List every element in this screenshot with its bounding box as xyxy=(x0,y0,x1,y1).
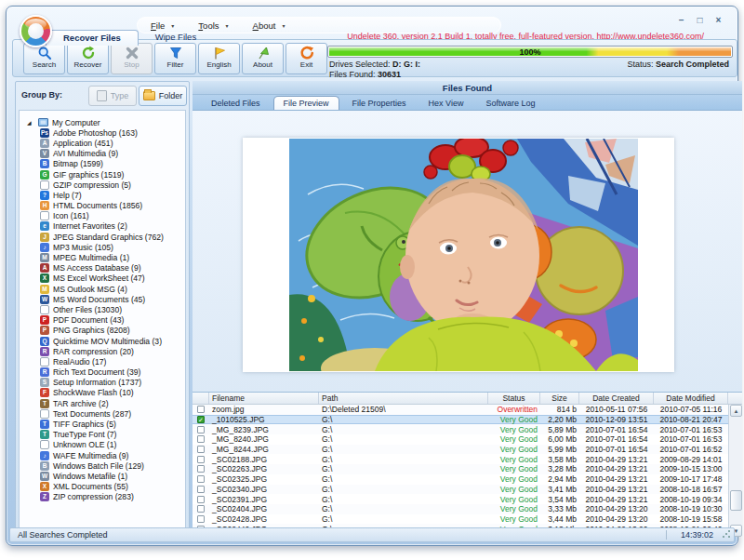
tree-item[interactable]: BBitmap (1599) xyxy=(20,159,185,169)
tree-item[interactable]: Other Files (13030) xyxy=(20,304,185,314)
tree-item[interactable]: RealAudio (17) xyxy=(20,356,185,367)
favorites-globe-icon: e xyxy=(40,221,49,231)
table-row[interactable]: _SC02263.JPGG:\Very Good3,28 Mb2010-04-2… xyxy=(193,464,728,474)
row-checkbox[interactable] xyxy=(197,446,205,453)
language-button[interactable]: English xyxy=(198,43,240,74)
tree-item[interactable]: GZIP compression (5) xyxy=(20,180,185,190)
menu-file[interactable]: File ▾ xyxy=(151,20,174,31)
table-row[interactable]: _SC02404.JPGG:\Very Good3,33 Mb2010-04-2… xyxy=(193,504,728,514)
row-checkbox[interactable] xyxy=(197,515,205,523)
minimize-button[interactable]: – xyxy=(675,15,687,25)
tree-item[interactable]: PsAdobe Photoshop (163) xyxy=(20,127,185,138)
column-header-filename[interactable]: Filename xyxy=(209,393,319,404)
tab-file-properties[interactable]: File Properties xyxy=(343,97,416,110)
row-checkbox[interactable] xyxy=(197,435,205,443)
menu-about[interactable]: About ▾ xyxy=(253,20,286,31)
tree-item[interactable]: Text Documents (287) xyxy=(20,408,185,419)
row-checkbox[interactable] xyxy=(197,456,205,463)
tab-hex-view[interactable]: Hex View xyxy=(419,97,473,110)
cell-created: 2010-04-29 13:20 xyxy=(579,514,654,524)
tree-item[interactable]: FShockWave Flash (10) xyxy=(20,388,185,398)
recover-button[interactable]: Recover xyxy=(67,43,109,74)
tree-item[interactable]: XMS Excel WorkSheet (47) xyxy=(20,273,185,284)
column-header-path[interactable]: Path xyxy=(319,393,488,404)
tree-item[interactable]: QQuicktime MOV Multimedia (3) xyxy=(20,336,185,346)
table-scrollbar[interactable]: ▲ ▼ xyxy=(728,405,742,537)
group-by-folder-button[interactable]: Folder xyxy=(139,86,187,106)
menu-tools[interactable]: Tools ▾ xyxy=(198,20,228,31)
tab-deleted-files[interactable]: Deleted Files xyxy=(202,97,270,110)
tree-item[interactable]: Icon (161) xyxy=(20,211,185,221)
row-checkbox[interactable] xyxy=(197,486,205,493)
table-row[interactable]: _SC02325.JPGG:\Very Good2,94 Mb2010-04-2… xyxy=(193,474,728,485)
tree-item[interactable]: ZZIP compression (283) xyxy=(20,492,185,502)
exit-button[interactable]: Exit xyxy=(286,43,327,74)
tab-wipe-files[interactable]: Wipe Files xyxy=(139,30,213,46)
table-row[interactable]: _MG_8240.JPGG:\Very Good6,00 Mb2010-07-0… xyxy=(193,434,728,445)
tree-item[interactable]: XXML Documents (55) xyxy=(20,482,185,492)
tab-file-preview[interactable]: File Preview xyxy=(273,96,339,110)
tree-item-label: MS Access Database (9) xyxy=(53,263,141,273)
row-checkbox[interactable]: ✓ xyxy=(197,416,205,423)
tree-item[interactable]: TTAR archive (2) xyxy=(20,398,185,408)
tree-item[interactable]: TTrueType Font (7) xyxy=(20,430,185,440)
tree-item[interactable]: RRAR compression (20) xyxy=(20,346,185,356)
table-row[interactable]: _SC02188.JPGG:\Very Good3,58 Mb2010-04-2… xyxy=(193,454,728,464)
tree-item[interactable]: PPDF Document (43) xyxy=(20,315,185,326)
tree-item[interactable]: SSetup Information (1737) xyxy=(20,378,185,388)
scrollbar-thumb[interactable] xyxy=(730,490,742,511)
row-checkbox[interactable] xyxy=(197,475,205,483)
scroll-up-icon[interactable]: ▲ xyxy=(730,405,742,417)
row-checkbox[interactable] xyxy=(197,465,205,473)
tree-item[interactable]: ?Help (7) xyxy=(20,190,185,200)
tree-item[interactable]: Unknown OLE (1) xyxy=(20,440,185,450)
tree-item[interactable]: HHTML Documents (1856) xyxy=(20,201,185,211)
row-checkbox[interactable] xyxy=(197,406,205,413)
row-checkbox-cell xyxy=(193,426,209,433)
tree-root-my-computer[interactable]: ◢ My Computer xyxy=(20,117,185,127)
close-button[interactable]: × xyxy=(712,15,724,25)
metafile-icon: W xyxy=(40,472,49,481)
table-row[interactable]: _MG_8239.JPGG:\Very Good5,89 Mb2010-07-0… xyxy=(193,424,728,434)
table-row[interactable]: _SC02391.JPGG:\Very Good3,54 Mb2010-04-2… xyxy=(193,494,728,504)
tree-item[interactable]: WMS Word Documents (45) xyxy=(20,294,185,304)
tree-item[interactable]: JJPEG Standard Graphics (762) xyxy=(20,232,185,242)
row-checkbox[interactable] xyxy=(197,426,205,433)
tree-item[interactable]: MMS Outlook MSG (4) xyxy=(20,284,185,294)
tree-expander-icon[interactable]: ◢ xyxy=(27,119,34,126)
search-button[interactable]: Search xyxy=(23,43,65,74)
filter-button[interactable]: Filter xyxy=(154,43,196,74)
resize-grip[interactable] xyxy=(722,529,731,539)
row-checkbox[interactable] xyxy=(197,496,205,503)
tree-item[interactable]: WWindows Metafile (1) xyxy=(20,471,185,481)
table-row[interactable]: _MG_8244.JPGG:\Very Good5,99 Mb2010-07-0… xyxy=(193,445,728,455)
tree-item[interactable]: MMPEG Multimedia (1) xyxy=(20,252,185,262)
tree-item[interactable]: eInternet Favorites (2) xyxy=(20,221,185,232)
column-header-date-created[interactable]: Date Created xyxy=(579,393,654,404)
tree-item[interactable]: VAVI Multimedia (9) xyxy=(20,149,185,159)
cell-modified: 2009-10-15 13:00 xyxy=(654,464,728,473)
table-row[interactable]: zoom.jpgD:\Deleted 21509\Overwritten814 … xyxy=(193,405,728,415)
app-logo-icon[interactable] xyxy=(20,15,52,47)
maximize-button[interactable]: □ xyxy=(694,15,706,25)
tree-item[interactable]: GGIF graphics (1519) xyxy=(20,169,185,180)
tree-item[interactable]: RRich Text Document (39) xyxy=(20,367,185,378)
table-row[interactable]: _SC02428.JPGG:\Very Good3,44 Mb2010-04-2… xyxy=(193,514,728,525)
tree-item[interactable]: PPNG Graphics (8208) xyxy=(20,326,185,336)
column-header-status[interactable]: Status xyxy=(488,393,540,404)
column-header-size[interactable]: Size xyxy=(540,393,579,404)
tree-item[interactable]: TTIFF Graphics (5) xyxy=(20,419,185,429)
tree-item[interactable]: ♪MP3 Music (105) xyxy=(20,242,185,252)
tree-item[interactable]: AApplication (451) xyxy=(20,138,185,148)
tab-software-log[interactable]: Software Log xyxy=(476,97,544,110)
column-header-date-modified[interactable]: Date Modified xyxy=(654,393,728,404)
tree-item[interactable]: ♪WAFE Multimedia (9) xyxy=(20,450,185,460)
table-row[interactable]: ✓_1010525.JPGG:\Very Good2,20 Mb2010-12-… xyxy=(193,415,728,425)
table-row[interactable]: _SC02340.JPGG:\Very Good3,41 Mb2010-04-2… xyxy=(193,485,728,495)
tree-item[interactable]: BWindows Batch File (129) xyxy=(20,460,185,471)
tree-item[interactable]: AMS Access Database (9) xyxy=(20,263,185,273)
row-checkbox[interactable] xyxy=(197,505,205,513)
tab-recover-files[interactable]: Recover Files xyxy=(46,30,139,46)
about-button[interactable]: About xyxy=(242,43,284,74)
cell-modified: 2008-10-19 15:58 xyxy=(654,514,728,524)
